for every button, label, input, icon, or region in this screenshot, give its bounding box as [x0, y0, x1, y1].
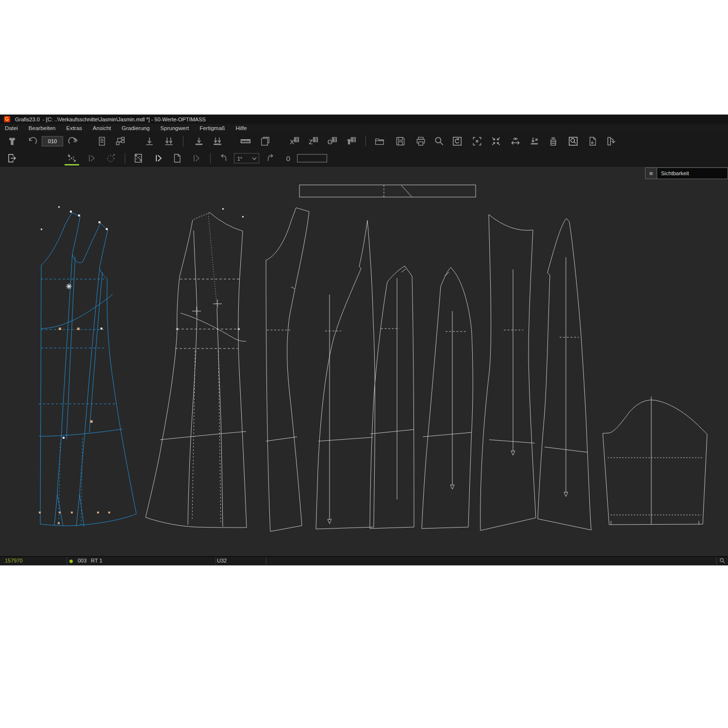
chevron-down-icon	[252, 156, 257, 160]
rotate-left-icon[interactable]	[218, 153, 229, 164]
svg-text:G: G	[328, 138, 332, 146]
titlebar: G Grafis23.0 - [C: ..\Verkaufsschnitte\J…	[0, 115, 728, 124]
visibility-list-icon[interactable]	[548, 136, 559, 147]
zoom-shrink-icon[interactable]	[491, 136, 501, 147]
construction-points	[41, 206, 244, 230]
status-dot-icon	[69, 560, 73, 563]
target-icon[interactable]	[105, 153, 116, 164]
undo-icon[interactable]	[27, 136, 38, 147]
pattern-piece-front-selected[interactable]	[38, 213, 136, 527]
zero-indicator: 0	[283, 153, 294, 164]
play-alt-icon[interactable]	[191, 153, 202, 164]
status-counter: 157970	[5, 558, 23, 563]
z-value-table-icon[interactable]: Z	[308, 136, 318, 147]
protocol-list-icon[interactable]	[97, 136, 107, 147]
status-size: U32	[217, 558, 227, 563]
pattern-piece-panel-4[interactable]	[422, 267, 473, 529]
menu-fertigmass[interactable]: Fertigmaß	[195, 125, 231, 131]
toolbar-tools: 1° 0	[0, 150, 728, 166]
toolbar-separator	[210, 153, 211, 164]
hierarchy-icon[interactable]	[115, 136, 126, 147]
active-tool-underline	[65, 164, 79, 165]
rotate-right-icon[interactable]	[265, 153, 276, 164]
hamburger-icon: ≡	[649, 170, 653, 177]
play-next-icon[interactable]	[153, 153, 164, 164]
value-input[interactable]	[297, 154, 327, 163]
status-search-icon[interactable]	[719, 558, 726, 565]
window-copy-icon[interactable]	[260, 136, 270, 147]
pattern-piece-panel-2[interactable]	[316, 220, 375, 529]
angle-select[interactable]: 1°	[234, 153, 259, 164]
toolbar-separator	[365, 136, 366, 147]
menu-datei[interactable]: Datei	[0, 125, 24, 131]
points-down-baseline-icon[interactable]	[212, 136, 223, 147]
statusbar: 157970 003RT 1 U32	[0, 556, 728, 565]
menu-gradierung[interactable]: Gradierung	[117, 125, 156, 131]
g-value-table-icon[interactable]: G	[327, 136, 337, 147]
svg-text:0: 0	[286, 154, 291, 163]
export-door-icon[interactable]	[7, 153, 17, 164]
open-folder-icon[interactable]	[374, 136, 385, 147]
step-value-box[interactable]: 010	[42, 136, 63, 147]
menu-bearbeiten[interactable]: Bearbeiten	[24, 125, 62, 131]
zoom-window-icon[interactable]	[568, 136, 579, 147]
status-separator	[66, 557, 67, 565]
pattern-piece-back[interactable]	[146, 213, 247, 528]
measure-cross-icon[interactable]	[66, 153, 77, 164]
angle-value: 1°	[237, 155, 242, 161]
piece-number: 003	[78, 558, 86, 563]
status-separator	[215, 557, 216, 565]
print-icon[interactable]	[415, 136, 426, 147]
page-curl-icon[interactable]	[587, 136, 598, 147]
panel-menu-button[interactable]: ≡	[645, 168, 657, 179]
status-separator	[716, 557, 717, 565]
pattern-piece-waistband[interactable]	[299, 185, 476, 197]
toolbar-separator	[183, 136, 183, 147]
pattern-piece-panel-5[interactable]	[480, 215, 536, 530]
width-visibility-icon[interactable]	[510, 136, 521, 147]
pattern-drawing	[0, 166, 728, 556]
panel-title: Sichtbarkeit	[657, 168, 689, 179]
model-shirt-icon[interactable]	[7, 136, 17, 147]
svg-text:Z: Z	[309, 138, 313, 146]
pattern-piece-panel-1[interactable]	[266, 208, 309, 531]
menu-hilfe[interactable]: Hilfe	[231, 125, 253, 131]
status-piece: 003RT 1	[78, 558, 102, 563]
piece-name: RT 1	[91, 558, 102, 563]
menu-sprungwert[interactable]: Sprungwert	[155, 125, 195, 131]
sichtbarkeit-panel: ≡ Sichtbarkeit	[645, 167, 728, 179]
redo-icon[interactable]	[67, 136, 78, 147]
pattern-piece-panel-3[interactable]	[370, 266, 414, 529]
pattern-page-icon[interactable]	[133, 153, 144, 164]
selected-piece-markers	[39, 211, 110, 524]
toolbar-main: 010 X Z G	[0, 132, 728, 150]
screenshot-page: G Grafis23.0 - [C: ..\Verkaufsschnitte\J…	[0, 0, 728, 728]
menubar: Datei Bearbeiten Extras Ansicht Gradieru…	[0, 124, 728, 132]
zoom-refresh-icon[interactable]	[452, 136, 463, 147]
zoom-icon[interactable]	[434, 136, 445, 147]
x-value-table-icon[interactable]: X	[289, 136, 299, 147]
save-icon[interactable]	[395, 136, 406, 147]
app-window: G Grafis23.0 - [C: ..\Verkaufsschnitte\J…	[0, 115, 728, 565]
zoom-fit-icon[interactable]	[472, 136, 482, 147]
menu-ansicht[interactable]: Ansicht	[88, 125, 117, 131]
window-title: Grafis23.0 - [C: ..\Verkaufsschnitte\Jas…	[15, 116, 206, 122]
play-step-icon[interactable]	[86, 153, 97, 164]
status-separator	[266, 557, 266, 565]
pattern-piece-panel-6[interactable]	[538, 218, 591, 530]
point-down-baseline-icon[interactable]	[194, 136, 204, 147]
point-down-icon[interactable]	[144, 136, 155, 147]
svg-text:X: X	[290, 138, 294, 146]
delete-measure-icon[interactable]	[529, 136, 540, 147]
ruler-icon[interactable]	[240, 136, 251, 147]
blank-page-icon[interactable]	[172, 153, 182, 164]
app-logo-icon: G	[4, 116, 10, 122]
drawing-canvas[interactable]: ≡ Sichtbarkeit	[0, 166, 728, 556]
pattern-piece-sleeve[interactable]	[603, 397, 707, 525]
export-run-icon[interactable]	[606, 136, 616, 147]
toolbar-separator	[125, 153, 125, 164]
menu-extras[interactable]: Extras	[61, 125, 88, 131]
reference-asterisk	[66, 283, 72, 289]
model-value-table-icon[interactable]	[346, 136, 356, 147]
points-down-icon[interactable]	[164, 136, 174, 147]
